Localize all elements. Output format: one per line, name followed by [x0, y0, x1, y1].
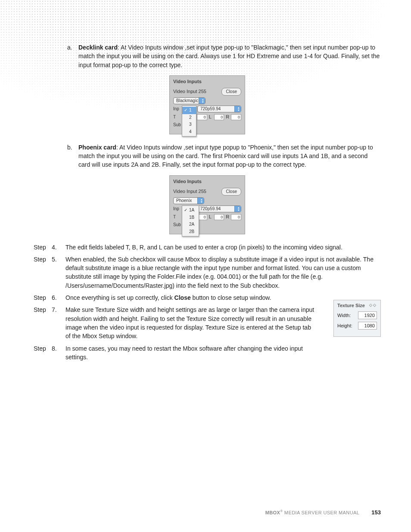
r-field[interactable]: 0: [231, 214, 241, 220]
sub-heading-b: Phoenix card: [78, 144, 116, 151]
step-row: Step6.Once everything is set up correctl…: [34, 293, 381, 302]
step-row: Step4.The edit fields labeled T, B, R, a…: [34, 243, 381, 252]
step-label: Step: [34, 344, 52, 362]
panel2-input-label: Video Input 255: [173, 188, 206, 195]
close-button[interactable]: Close: [221, 88, 241, 96]
step-text: Once everything is set up correctly, cli…: [65, 293, 381, 302]
step-row: Step7.Make sure Texture Size width and h…: [34, 305, 381, 340]
page-content: a. Decklink card: At Video Inputs window…: [0, 0, 411, 361]
sub-item-b: b. Phoenix card: At Video Inputs window …: [34, 143, 381, 169]
step-text: When enabled, the Sub checkbox will caus…: [65, 255, 381, 290]
sub-text-b: Phoenix card: At Video Inputs window ,se…: [78, 143, 381, 169]
menu-item-2[interactable]: 2: [182, 114, 196, 121]
l-label: L: [209, 214, 212, 221]
menu-item-2b[interactable]: 2B: [182, 228, 199, 236]
r-field[interactable]: 0: [231, 114, 241, 120]
sub-body-a: : At Video Inputs window ,set input type…: [78, 44, 380, 68]
sub-label: Sub: [173, 222, 182, 228]
sub-label: Sub: [173, 122, 182, 128]
footer-brand: MBOX: [265, 510, 280, 515]
step-number: 6.: [52, 293, 65, 302]
step-text: The edit fields labeled T, B, R, and L c…: [65, 243, 381, 252]
step-row: Step5.When enabled, the Sub checkbox wil…: [34, 255, 381, 290]
step-number: 5.: [52, 255, 65, 290]
step-number: 4.: [52, 243, 65, 252]
l-label: L: [209, 114, 212, 121]
step-number: 7.: [52, 305, 65, 340]
l-field[interactable]: 0: [214, 114, 224, 120]
figure-decklink: Video Inputs Video Input 255 Close Black…: [34, 75, 381, 134]
panel1-input-label: Video Input 255: [173, 88, 206, 95]
menu-item-1a[interactable]: ✓1A: [182, 207, 199, 214]
type-select-blackmagic[interactable]: Blackmagic ▴▾: [173, 97, 206, 104]
updown-icon: ▴▾: [238, 106, 240, 112]
step-label: Step: [34, 293, 52, 302]
step-text: Make sure Texture Size width and height …: [65, 305, 381, 340]
updown-icon: ▴▾: [238, 206, 240, 212]
format-value: 720p59.94: [200, 106, 221, 112]
type-select-value: Blackmagic: [176, 98, 198, 104]
format-value: 720p59.94: [200, 206, 221, 212]
video-inputs-panel-2: Video Inputs Video Input 255 Close Phoen…: [169, 175, 245, 234]
sub-item-a: a. Decklink card: At Video Inputs window…: [34, 43, 381, 69]
t-label: T: [173, 114, 182, 121]
figure-phoenix: Video Inputs Video Input 255 Close Phoen…: [34, 175, 381, 234]
page-footer: MBOX® MEDIA SERVER USER MANUAL 153: [0, 509, 411, 516]
l-field[interactable]: 0: [214, 214, 224, 220]
menu-item-2a[interactable]: 2A: [182, 221, 199, 228]
step-label: Step: [34, 243, 52, 252]
inp-label: Inp: [173, 106, 182, 112]
panel2-title: Video Inputs: [173, 178, 241, 185]
panel1-title: Video Inputs: [173, 78, 241, 85]
step-label: Step: [34, 305, 52, 340]
updown-icon: ▴▾: [202, 98, 204, 103]
step-number: 8.: [52, 344, 65, 362]
sub-text-a: Decklink card: At Video Inputs window ,s…: [78, 43, 381, 69]
sub-letter-a: a.: [67, 43, 78, 69]
step-label: Step: [34, 255, 52, 290]
sub-body-b: : At Video Inputs window ,set input type…: [78, 144, 373, 168]
format-select[interactable]: 720p59.94 ▴▾: [197, 106, 241, 112]
input-number-menu[interactable]: ✓1 2 3 4: [182, 106, 196, 137]
sub-letter-b: b.: [67, 143, 78, 169]
r-label: R: [226, 214, 229, 221]
menu-item-1b[interactable]: 1B: [182, 214, 199, 221]
check-icon: ✓: [184, 207, 187, 214]
step-row: Step8.In some cases, you may need to res…: [34, 344, 381, 362]
check-icon: ✓: [184, 107, 187, 114]
format-select[interactable]: 720p59.94 ▴▾: [197, 205, 241, 212]
type-select-phoenix[interactable]: Phoenix ▴▾: [173, 197, 204, 204]
t-label: T: [173, 214, 182, 221]
r-label: R: [226, 114, 229, 121]
menu-item-4[interactable]: 4: [182, 128, 196, 136]
menu-item-1[interactable]: ✓1: [182, 107, 196, 114]
sub-heading-a: Decklink card: [78, 44, 118, 51]
steps-list: Step4.The edit fields labeled T, B, R, a…: [34, 243, 381, 362]
video-inputs-panel-1: Video Inputs Video Input 255 Close Black…: [169, 75, 245, 134]
footer-text: MBOX® MEDIA SERVER USER MANUAL: [265, 509, 360, 515]
step-text: In some cases, you may need to restart t…: [65, 344, 381, 362]
t-field[interactable]: 0: [197, 114, 207, 120]
updown-icon: ▴▾: [201, 198, 202, 203]
type-select-value: Phoenix: [176, 198, 192, 204]
menu-item-3[interactable]: 3: [182, 121, 196, 128]
close-button[interactable]: Close: [221, 188, 241, 196]
footer-tail: MEDIA SERVER USER MANUAL: [283, 510, 359, 515]
page-number: 153: [371, 509, 381, 516]
input-number-menu[interactable]: ✓1A 1B 2A 2B: [182, 205, 199, 236]
inp-label: Inp: [173, 206, 182, 212]
